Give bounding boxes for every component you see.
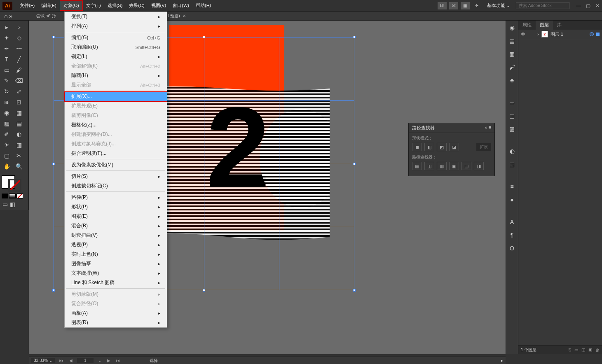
menu-item[interactable]: 实时上色(N)▸ <box>65 250 167 259</box>
pen-tool[interactable]: ✒ <box>1 44 12 54</box>
trim-icon[interactable]: ◫ <box>424 162 434 170</box>
selection-tool[interactable]: ▸ <box>1 22 12 32</box>
direct-selection-tool[interactable]: ▹ <box>13 22 25 32</box>
crop-icon[interactable]: ▣ <box>449 162 459 170</box>
locate-icon[interactable]: ⎘ <box>569 348 571 352</box>
outline-icon[interactable]: ▢ <box>461 162 471 170</box>
artboard-tool[interactable]: ▢ <box>1 151 12 161</box>
type-tool[interactable]: T <box>1 54 12 64</box>
stock-icon[interactable]: St <box>449 2 458 9</box>
search-input[interactable] <box>516 2 569 9</box>
last-artboard-icon[interactable]: ⏭ <box>115 358 122 363</box>
mesh-tool[interactable]: ▩ <box>1 119 12 128</box>
gradient-mode-icon[interactable] <box>9 194 16 198</box>
menu-window[interactable]: 窗口(W) <box>169 1 192 10</box>
menu-file[interactable]: 文件(F) <box>16 1 38 10</box>
menu-text[interactable]: 文字(T) <box>83 1 104 10</box>
eyedropper-tool[interactable]: ✐ <box>1 129 12 139</box>
brushes-icon[interactable]: 🖌 <box>508 63 516 71</box>
transform-icon[interactable]: ● <box>508 196 516 203</box>
menu-item[interactable]: 图表(R)▸ <box>65 318 167 327</box>
shape-builder-tool[interactable]: ◉ <box>1 108 12 118</box>
next-artboard-icon[interactable]: ▶ <box>106 358 112 363</box>
hand-tool[interactable]: ✋ <box>1 161 12 171</box>
intersect-icon[interactable]: ◩ <box>437 143 447 151</box>
arrange-icon[interactable]: ▦ <box>461 2 470 9</box>
menu-edit[interactable]: 编辑(E) <box>38 1 60 10</box>
zoom-level[interactable]: 33.33% ⌄ <box>31 358 55 363</box>
close-icon[interactable]: ✕ <box>595 3 600 9</box>
perspective-tool[interactable]: ▦ <box>13 108 25 118</box>
menu-item[interactable]: 变换(T)▸ <box>65 12 167 21</box>
exclude-icon[interactable]: ◪ <box>449 143 459 151</box>
minimize-icon[interactable]: — <box>576 3 581 9</box>
blend-tool[interactable]: ◐ <box>13 129 25 139</box>
layer-name[interactable]: 图层 1 <box>550 31 587 37</box>
rotate-tool[interactable]: ↻ <box>1 86 12 96</box>
width-tool[interactable]: ≋ <box>1 97 12 107</box>
menu-item[interactable]: 画板(A)▸ <box>65 308 167 318</box>
menu-item[interactable]: 图案(E)▸ <box>65 212 167 221</box>
menu-select[interactable]: 选择(S) <box>104 1 126 10</box>
menu-item[interactable]: 拼合透明度(F)... <box>65 149 167 158</box>
workspace-selector[interactable]: 基本功能 ⌄ <box>484 2 513 9</box>
panel-menu-icon[interactable]: » ≡ <box>485 125 491 131</box>
delete-layer-icon[interactable]: 🗑 <box>595 348 600 352</box>
opentype-icon[interactable]: O <box>508 245 516 252</box>
edit-mode-icon[interactable]: ◧ <box>9 201 16 208</box>
make-clip-icon[interactable]: ▭ <box>574 348 578 352</box>
menu-item[interactable]: 编组(G)Ctrl+G <box>65 33 167 42</box>
artboard-nav-dropdown[interactable]: ⌄ <box>97 358 103 363</box>
brush-tool[interactable]: 🖌 <box>13 65 25 75</box>
tab-close-icon[interactable]: ✕ <box>183 14 186 18</box>
first-artboard-icon[interactable]: ⏮ <box>58 358 65 363</box>
lasso-tool[interactable]: ◇ <box>13 33 25 43</box>
symbols-icon[interactable]: ♣ <box>508 77 516 84</box>
layer-row[interactable]: 👁 › 2 图层 1 <box>518 30 602 39</box>
visibility-icon[interactable]: 👁 <box>521 32 527 37</box>
gradient-icon[interactable]: ◫ <box>508 112 516 119</box>
character-icon[interactable]: A <box>508 218 516 226</box>
menu-item[interactable]: 栅格化(Z)... <box>65 120 167 130</box>
shaper-tool[interactable]: ✎ <box>1 76 12 86</box>
gpu-icon[interactable]: ✈ <box>472 2 481 9</box>
curvature-tool[interactable]: 〰 <box>13 44 25 54</box>
menu-view[interactable]: 视图(V) <box>148 1 170 10</box>
menu-effect[interactable]: 效果(C) <box>126 1 148 10</box>
gradient-tool[interactable]: ▤ <box>13 119 25 128</box>
graph-tool[interactable]: ▥ <box>13 140 25 150</box>
color-guide-icon[interactable]: ▤ <box>508 37 516 44</box>
menu-item[interactable]: 扩展(X)... <box>65 92 167 101</box>
minus-back-icon[interactable]: ◨ <box>474 162 484 170</box>
menu-item[interactable]: 取消编组(U)Shift+Ctrl+G <box>65 42 167 52</box>
graphic-styles-icon[interactable]: ◳ <box>508 161 516 168</box>
disclosure-icon[interactable]: › <box>537 32 539 37</box>
stroke-icon[interactable]: ▭ <box>508 99 516 106</box>
merge-icon[interactable]: ▥ <box>437 162 447 170</box>
rectangle-tool[interactable]: ▭ <box>1 65 12 75</box>
tab-properties[interactable]: 属性 <box>518 21 536 30</box>
align-icon[interactable]: ≡ <box>508 183 516 190</box>
menu-item[interactable]: 切片(S)▸ <box>65 172 167 181</box>
menu-help[interactable]: 帮助(H) <box>192 1 214 10</box>
unite-icon[interactable]: ◼ <box>412 143 422 151</box>
transparency-icon[interactable]: ▨ <box>508 125 516 133</box>
magic-wand-tool[interactable]: ✦ <box>1 33 12 43</box>
appearance-icon[interactable]: ◐ <box>508 147 516 155</box>
color-mode-icon[interactable] <box>2 194 8 198</box>
menu-item[interactable]: 封套扭曲(V)▸ <box>65 231 167 240</box>
menu-item[interactable]: 形状(P)▸ <box>65 202 167 212</box>
tab-libraries[interactable]: 库 <box>553 21 566 30</box>
menu-item[interactable]: 混合(B)▸ <box>65 221 167 231</box>
menu-item[interactable]: 路径(P)▸ <box>65 193 167 202</box>
scroll-arrow-icon[interactable]: ▸ <box>501 358 503 363</box>
scale-tool[interactable]: ⤢ <box>13 86 25 96</box>
menu-item[interactable]: Line 和 Sketch 图稿▸ <box>65 278 167 287</box>
slice-tool[interactable]: ✂ <box>13 151 25 161</box>
free-transform-tool[interactable]: ⊡ <box>13 97 25 107</box>
prev-artboard-icon[interactable]: ◀ <box>68 358 74 363</box>
menu-item[interactable]: 锁定(L)▸ <box>65 52 167 61</box>
symbol-sprayer-tool[interactable]: ☀ <box>1 140 12 150</box>
minus-front-icon[interactable]: ◧ <box>424 143 434 151</box>
stroke-swatch[interactable] <box>8 179 21 192</box>
